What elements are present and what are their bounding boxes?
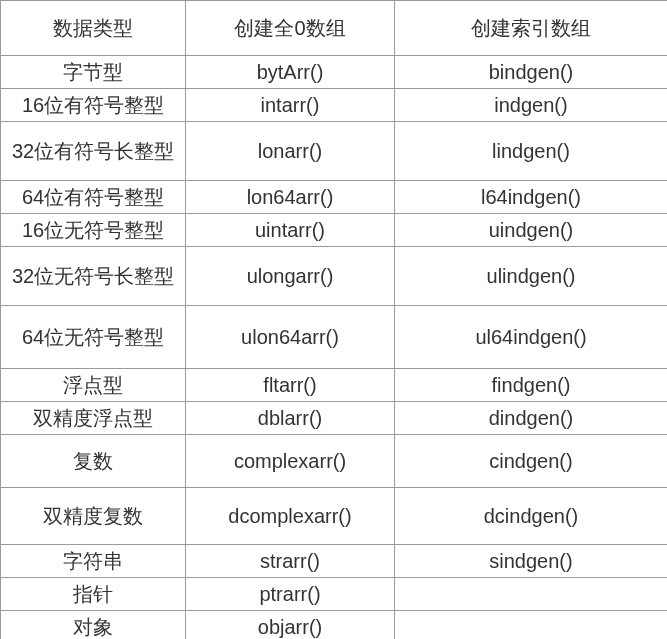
cell-zero-fn: dcomplexarr() [186, 488, 395, 545]
table-row: 指针 ptrarr() [1, 578, 668, 611]
cell-datatype: 指针 [1, 578, 186, 611]
table-row: 复数 complexarr() cindgen() [1, 435, 668, 488]
table-row: 对象 objarr() [1, 611, 668, 640]
header-datatype: 数据类型 [1, 1, 186, 56]
cell-zero-fn: ptrarr() [186, 578, 395, 611]
table-row: 32位有符号长整型 lonarr() lindgen() [1, 122, 668, 181]
cell-index-fn [395, 578, 668, 611]
cell-zero-fn: dblarr() [186, 402, 395, 435]
cell-zero-fn: complexarr() [186, 435, 395, 488]
cell-datatype: 双精度复数 [1, 488, 186, 545]
cell-index-fn: dcindgen() [395, 488, 668, 545]
table-row: 64位有符号整型 lon64arr() l64indgen() [1, 181, 668, 214]
cell-zero-fn: strarr() [186, 545, 395, 578]
table-row: 字符串 strarr() sindgen() [1, 545, 668, 578]
cell-datatype: 32位无符号长整型 [1, 247, 186, 306]
cell-zero-fn: ulon64arr() [186, 306, 395, 369]
cell-datatype: 字节型 [1, 56, 186, 89]
cell-index-fn: lindgen() [395, 122, 668, 181]
cell-index-fn [395, 611, 668, 640]
cell-index-fn: cindgen() [395, 435, 668, 488]
cell-datatype: 对象 [1, 611, 186, 640]
cell-index-fn: uindgen() [395, 214, 668, 247]
table-row: 双精度复数 dcomplexarr() dcindgen() [1, 488, 668, 545]
cell-datatype: 32位有符号长整型 [1, 122, 186, 181]
table-row: 双精度浮点型 dblarr() dindgen() [1, 402, 668, 435]
cell-zero-fn: objarr() [186, 611, 395, 640]
table-row: 16位有符号整型 intarr() indgen() [1, 89, 668, 122]
cell-index-fn: l64indgen() [395, 181, 668, 214]
table-container: 数据类型 创建全0数组 创建索引数组 字节型 bytArr() bindgen(… [0, 0, 667, 639]
table-header-row: 数据类型 创建全0数组 创建索引数组 [1, 1, 668, 56]
cell-index-fn: ul64indgen() [395, 306, 668, 369]
cell-datatype: 复数 [1, 435, 186, 488]
cell-index-fn: indgen() [395, 89, 668, 122]
cell-datatype: 64位有符号整型 [1, 181, 186, 214]
table-row: 64位无符号整型 ulon64arr() ul64indgen() [1, 306, 668, 369]
table-row: 字节型 bytArr() bindgen() [1, 56, 668, 89]
cell-datatype: 浮点型 [1, 369, 186, 402]
cell-zero-fn: fltarr() [186, 369, 395, 402]
cell-index-fn: ulindgen() [395, 247, 668, 306]
cell-zero-fn: lon64arr() [186, 181, 395, 214]
cell-zero-fn: uintarr() [186, 214, 395, 247]
cell-datatype: 16位无符号整型 [1, 214, 186, 247]
cell-zero-fn: intarr() [186, 89, 395, 122]
cell-index-fn: bindgen() [395, 56, 668, 89]
cell-datatype: 64位无符号整型 [1, 306, 186, 369]
cell-datatype: 双精度浮点型 [1, 402, 186, 435]
cell-index-fn: findgen() [395, 369, 668, 402]
cell-zero-fn: ulongarr() [186, 247, 395, 306]
cell-index-fn: dindgen() [395, 402, 668, 435]
cell-zero-fn: bytArr() [186, 56, 395, 89]
cell-datatype: 16位有符号整型 [1, 89, 186, 122]
cell-zero-fn: lonarr() [186, 122, 395, 181]
header-zero-array: 创建全0数组 [186, 1, 395, 56]
table-row: 32位无符号长整型 ulongarr() ulindgen() [1, 247, 668, 306]
header-index-array: 创建索引数组 [395, 1, 668, 56]
cell-datatype: 字符串 [1, 545, 186, 578]
table-row: 浮点型 fltarr() findgen() [1, 369, 668, 402]
table-row: 16位无符号整型 uintarr() uindgen() [1, 214, 668, 247]
datatype-function-table: 数据类型 创建全0数组 创建索引数组 字节型 bytArr() bindgen(… [0, 0, 667, 639]
cell-index-fn: sindgen() [395, 545, 668, 578]
